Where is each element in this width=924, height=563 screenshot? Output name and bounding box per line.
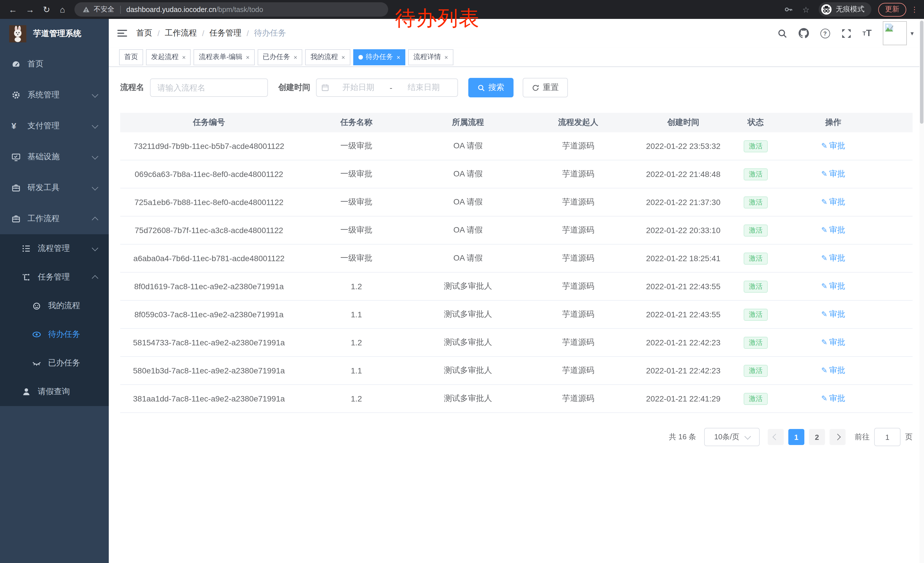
approve-link[interactable]: ✎审批 [821, 141, 845, 150]
sidebar-item-label: 首页 [27, 59, 109, 69]
approve-link[interactable]: ✎审批 [821, 393, 845, 402]
browser-menu-icon[interactable]: ⋮ [911, 5, 918, 14]
tab-close-icon[interactable]: × [294, 54, 297, 60]
status-badge: 激活 [744, 336, 768, 348]
process-name-input[interactable] [150, 78, 268, 97]
approve-link[interactable]: ✎审批 [821, 337, 845, 347]
status-cell: 激活 [731, 308, 780, 320]
approve-link[interactable]: ✎审批 [821, 253, 845, 262]
task-starter: 芋道源码 [521, 253, 636, 263]
scrollbar-thumb[interactable] [920, 21, 923, 124]
tab-close-icon[interactable]: × [342, 54, 345, 60]
status-cell: 激活 [731, 280, 780, 293]
task-starter: 芋道源码 [521, 309, 636, 320]
task-id: 069c6a63-7b8a-11ec-8ef0-acde48001122 [120, 170, 298, 179]
tab-close-icon[interactable]: × [444, 54, 448, 60]
sidebar-item-done-tasks[interactable]: 已办任务 [0, 349, 109, 377]
back-icon[interactable]: ← [9, 5, 17, 14]
tab-todo-tasks[interactable]: 待办任务 × [353, 49, 406, 65]
breadcrumb-item[interactable]: 工作流程 [165, 28, 197, 38]
sidebar-item-process-mgmt[interactable]: 流程管理 [0, 234, 109, 263]
sidebar-item-workflow[interactable]: 工作流程 [0, 203, 109, 234]
home-icon[interactable]: ⌂ [60, 5, 65, 14]
sidebar-item-home[interactable]: 首页 [0, 49, 109, 80]
approve-label: 审批 [829, 141, 845, 150]
sidebar-item-devtools[interactable]: 研发工具 [0, 173, 109, 203]
scrollbar[interactable] [920, 19, 924, 563]
action-cell: ✎审批 [780, 365, 886, 376]
approve-label: 审批 [829, 225, 845, 234]
date-range-input[interactable]: 开始日期 - 结束日期 [316, 78, 458, 97]
sidebar-item-my-process[interactable]: 我的流程 [0, 291, 109, 320]
status-cell: 激活 [731, 336, 780, 348]
tab-process-detail[interactable]: 流程详情 × [408, 49, 453, 65]
task-process: 测试多审批人 [415, 365, 521, 376]
forward-icon[interactable]: → [26, 5, 34, 14]
tab-done-tasks[interactable]: 已办任务 × [258, 49, 303, 65]
sidebar-item-payment[interactable]: ¥ 支付管理 [0, 111, 109, 141]
help-icon[interactable]: ? [820, 29, 830, 38]
action-cell: ✎审批 [780, 141, 886, 151]
reload-icon[interactable]: ↻ [43, 5, 50, 14]
status-badge: 激活 [744, 252, 768, 264]
fullscreen-icon[interactable] [841, 29, 851, 38]
tab-form-edit[interactable]: 流程表单-编辑 × [194, 49, 255, 65]
search-icon[interactable] [777, 29, 787, 38]
breadcrumb-item[interactable]: 任务管理 [210, 28, 242, 38]
task-created: 2022-01-22 21:37:30 [636, 198, 731, 207]
tab-close-icon[interactable]: × [246, 54, 250, 60]
sidebar-item-leave-query[interactable]: 请假查询 [0, 377, 109, 406]
page-1-button[interactable]: 1 [788, 429, 804, 445]
table-row: 8f059c03-7ac8-11ec-a9e2-a2380e71991a 1.1… [120, 301, 912, 329]
address-bar[interactable]: 不安全 dashboard.yudao.iocoder.cn/bpm/task/… [74, 2, 388, 17]
sidebar-item-label: 支付管理 [27, 121, 93, 131]
page-2-button[interactable]: 2 [809, 429, 825, 445]
task-process: 测试多审批人 [415, 281, 521, 291]
tab-close-icon[interactable]: × [397, 54, 400, 60]
status-cell: 激活 [731, 168, 780, 180]
table-row: 580e1b3d-7ac8-11ec-a9e2-a2380e71991a 1.1… [120, 357, 912, 385]
page-content: 流程名 创建时间 开始日期 - 结束日期 [109, 67, 924, 563]
tab-home[interactable]: 首页 [119, 49, 143, 65]
approve-link[interactable]: ✎审批 [821, 365, 845, 375]
approve-link[interactable]: ✎审批 [821, 169, 845, 178]
page-size-select[interactable]: 10条/页 [704, 428, 760, 446]
search-icon [477, 84, 485, 92]
sidebar-item-task-mgmt[interactable]: 任务管理 [0, 263, 109, 291]
sidebar-item-todo-tasks[interactable]: 待办任务 [0, 320, 109, 349]
approve-link[interactable]: ✎审批 [821, 225, 845, 234]
font-size-icon[interactable]: TT [862, 28, 872, 38]
search-button[interactable]: 搜索 [468, 78, 513, 98]
edit-icon: ✎ [821, 141, 828, 150]
hamburger-icon[interactable] [117, 28, 127, 38]
task-created: 2022-01-21 22:43:55 [636, 282, 731, 291]
tab-close-icon[interactable]: × [182, 54, 186, 60]
sidebar-item-label: 研发工具 [27, 183, 93, 193]
avatar-caret-icon[interactable]: ▾ [910, 30, 914, 37]
tab-my-process[interactable]: 我的流程 × [305, 49, 350, 65]
sidebar-item-system[interactable]: 系统管理 [0, 80, 109, 111]
sidebar-item-label: 任务管理 [38, 272, 93, 282]
approve-link[interactable]: ✎审批 [821, 197, 845, 206]
approve-label: 审批 [829, 337, 845, 347]
edit-icon: ✎ [821, 366, 828, 375]
reset-button[interactable]: 重置 [523, 78, 568, 98]
avatar[interactable] [883, 21, 907, 45]
key-icon[interactable] [784, 5, 793, 14]
breadcrumb-item[interactable]: 首页 [136, 28, 152, 38]
next-page-button[interactable] [830, 429, 846, 445]
tab-label: 流程详情 [413, 52, 441, 62]
chevron-down-icon [92, 122, 99, 129]
goto-page-input[interactable] [874, 428, 900, 446]
github-icon[interactable] [798, 28, 808, 38]
prev-page-button[interactable] [768, 429, 784, 445]
date-range-separator: - [387, 83, 394, 92]
task-process: 测试多审批人 [415, 337, 521, 348]
update-button[interactable]: 更新 [878, 3, 906, 17]
sidebar-item-infra[interactable]: 基础设施 [0, 141, 109, 173]
tab-start-process[interactable]: 发起流程 × [146, 49, 191, 65]
bookmark-star-icon[interactable]: ☆ [802, 5, 810, 14]
task-starter: 芋道源码 [521, 141, 636, 151]
approve-link[interactable]: ✎审批 [821, 309, 845, 318]
approve-link[interactable]: ✎审批 [821, 281, 845, 290]
